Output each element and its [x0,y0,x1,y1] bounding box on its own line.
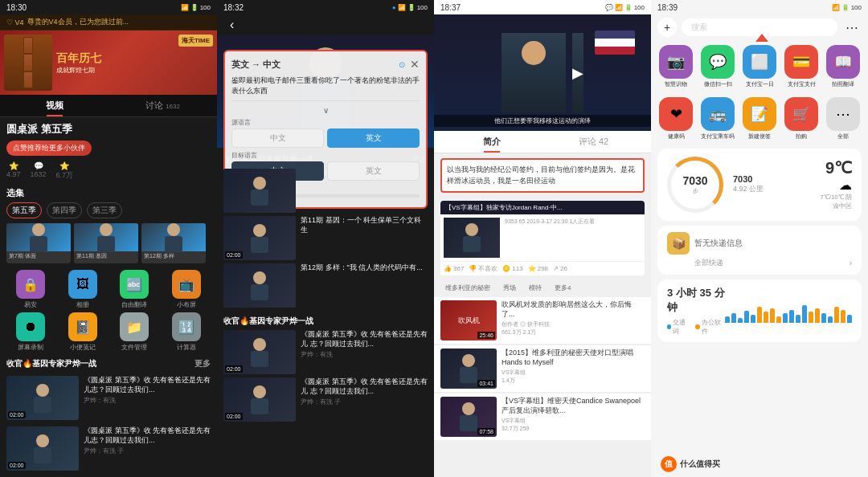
icon-screen[interactable]: 📺 小布屏 [162,270,211,309]
thumb-3[interactable]: 第12期 多样 [141,223,206,263]
like-button[interactable]: 点赞推荐给更多小伙伴 [6,141,92,156]
time-3: 18:37 [440,3,461,12]
chart-bar [796,315,800,323]
thumb-1[interactable]: 第7期 体面 [6,223,71,263]
thumb-label-3: 第12期 多样 [141,251,206,261]
icon-wechat-scan[interactable]: 💬 微信扫一扫 [699,45,736,88]
season-4[interactable]: 第四季 [47,202,82,218]
video-content-3: ▶ [502,33,583,113]
thumb-2[interactable]: 第11期 基因 [74,223,138,263]
panel-1: 18:30 📶🔋100 ♡ V4 尊贵的V4会员，已为您跳过前... 百年历七 … [0,0,217,477]
icon-alipay-pay[interactable]: 💳 支付宝支付 [783,45,820,88]
video-item-2-3[interactable]: 第12期 多样："我 信人类的代码中有... [223,263,428,308]
icon-new-note[interactable]: 📝 新建便签 [741,97,778,140]
bottom-logo[interactable]: 值 什么值得买 [661,456,720,472]
icon-health-code[interactable]: ❤ 健康码 [657,97,694,140]
icon-record[interactable]: ⏺ 屏幕录制 [6,312,55,352]
video-item-2-2[interactable]: 02:00 第11期 基因：一个 科生保单三个文科生 [223,216,428,260]
express-all[interactable]: 全部快递 [694,258,723,268]
source-chinese-btn[interactable]: 中文 [231,128,324,148]
banner-title: 百年历七 [56,51,213,66]
health-widget[interactable]: 7030 步 7030 4.92 公里 9℃ ☁ 7℃/10℃ 阴 渝中区 [657,149,862,221]
icon-ai-photo[interactable]: 📷 智慧识物 [657,45,694,88]
highlight-text: 以当我与我的经纪公司签约，目前与他们签约是因为。是花样滑冰运动员，我是一名田径运… [447,165,638,186]
legend-office: 办公软件 [695,318,725,336]
video-item-3-1[interactable]: 02:00 《圆桌派 第五季》收 先有爸爸还是先有儿 志？回顾过去我们... 尹… [223,330,428,374]
banner-text: 百年历七 成就辉煌七期 [52,47,217,79]
alipay-pay-label: 支付宝支付 [788,81,816,88]
season-5[interactable]: 第五季 [6,202,42,218]
chart-area [725,299,852,323]
icon-all[interactable]: ⋯ 全部 [825,97,862,140]
tag-2[interactable]: 秀场 [498,282,521,294]
chart-bar [757,307,762,323]
time-2: 18:32 [223,3,244,12]
bottom-show-2: 收官🔥基因专家尹烨一战 [223,316,313,327]
tab-video[interactable]: 视频 [0,95,108,116]
video-item-3-2[interactable]: 03:41 【2015】维多利亚的秘密天使对口型演唱Hands to Mysel… [434,345,651,392]
video-main-area: ▶ [572,33,583,113]
icon-photo-translate[interactable]: 📖 拍照翻译 [825,45,862,88]
chart-bar [821,313,826,323]
overlay-title: 英文 → 中文 [231,59,280,71]
expand-button[interactable]: ∨ [231,106,420,115]
video-item-3-3[interactable]: 07:58 【VS字幕组】维密天使Candice Swanepoel产后复出演绎… [434,393,651,440]
tab-comment[interactable]: 评论 42 [542,131,645,153]
express-all-row: 全部快递 › [667,258,852,268]
tab-intro[interactable]: 简介 [440,131,542,153]
icon-translate[interactable]: 🔤 自由翻译 [110,270,159,309]
bottom-bar-4: 值 什么值得买 [651,453,868,477]
chart-bar [828,316,833,323]
menu-button[interactable]: ⋯ [842,18,862,37]
tag-1[interactable]: 维多利亚的秘密 [440,282,495,294]
source-english-btn[interactable]: 英文 [327,128,420,148]
subtitle-text: 他们正想要带我移移这运动的演绎 [434,115,651,127]
stat-coin[interactable]: 🪙113 [502,264,522,273]
stat-discuss: 💬1632 [31,161,47,181]
v3-sub-2: 尹烨：有洗 子 [301,398,428,406]
video-item-2[interactable]: 02:00 《圆桌派 第五季》收 先有爸爸还是先有儿志？回顾过去我们... 尹烨… [0,423,217,474]
icon-photo-shop[interactable]: 🛒 拍购 [783,97,820,140]
bottle-3 [23,71,33,88]
tag-more[interactable]: 更多4 [550,282,575,294]
stat-collect[interactable]: ⭐298 [528,264,548,273]
tag-3[interactable]: 模特 [524,282,547,294]
stat-like[interactable]: 👍367 [444,264,464,273]
member-bar[interactable]: ♡ V4 尊贵的V4会员，已为您跳过前... [0,14,217,31]
stat-dislike[interactable]: 👎不喜欢 [469,264,497,273]
video-card[interactable]: 【VS字幕组】独家专访Jordan Rand·中... 9353 65 2019… [440,201,645,275]
chart-bar [731,313,736,323]
more-link[interactable]: 更多 [194,358,211,369]
back-button[interactable]: ‹ [223,14,240,35]
add-button[interactable]: + [657,18,677,37]
target-english-btn[interactable]: 英文 [327,161,420,181]
season-3[interactable]: 第三季 [87,202,122,218]
tab-discuss[interactable]: 讨论 1632 [108,95,217,116]
icon-album[interactable]: 🖼 相册 [59,270,108,309]
express-widget[interactable]: 📦 暂无快递信息 全部快递 › [657,226,862,275]
photo-shop-icon: 🛒 [784,97,818,131]
icon-calc[interactable]: 🔢 计算器 [162,312,211,352]
calc-label: 计算器 [177,343,196,352]
note-label: 小便笺记 [70,343,96,352]
video-title-2: 《圆桌派 第五季》收 先有爸爸还是先有儿志？回顾过去我们... [84,426,211,445]
vi-dur-1: 25:46 [477,332,495,339]
tabs-3: 简介 评论 42 [434,131,651,153]
icon-file[interactable]: 📁 文件管理 [110,312,159,352]
video-thumb-2: 02:00 [6,426,79,471]
video-item-3-2[interactable]: 02:00 《圆桌派 第五季》收 先有爸爸还是先有儿 志？回顾过去我们... 尹… [223,377,428,422]
show-title: 圆桌派 第五季 [0,117,217,138]
stat-share[interactable]: ↗26 [553,264,567,273]
video-info-2: 《圆桌派 第五季》收 先有爸爸还是先有儿志？回顾过去我们... 尹烨：有洗 子 [84,426,211,455]
video-item-1[interactable]: 02:00 《圆桌派 第五季》收 先有爸爸还是先有儿志？回顾过去我们... 尹烨… [0,373,217,423]
icon-easy-safe[interactable]: 🔒 易安 [6,270,55,309]
icon-note[interactable]: 📓 小便笺记 [59,312,108,352]
icon-alipay-scan[interactable]: ⬜ 支付宝一日 [741,45,778,88]
icon-bus-code[interactable]: 🚌 支付宝乘车码 [699,97,736,140]
video-item-3-1[interactable]: 吹风机 25:46 吹风机对发质的影响居然这么大，你后悔了... 创作者 ◎ 快… [434,297,651,344]
close-icon[interactable]: ✕ [410,58,420,71]
timer-widget[interactable]: 3 小时 35 分钟 交通词 办公软件 [657,279,862,342]
health-steps: 7030 [733,174,810,184]
traffic-dot [667,324,671,329]
chart-bar [789,310,794,323]
